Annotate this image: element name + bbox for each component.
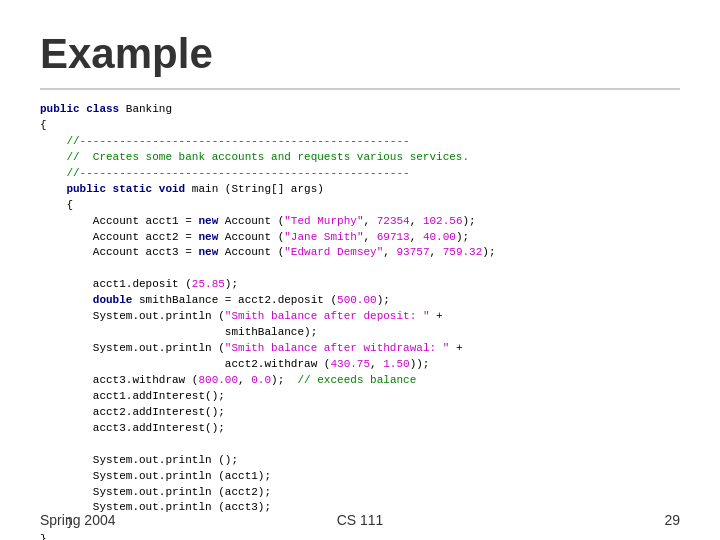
page-title: Example (40, 30, 680, 78)
footer-right: 29 (664, 512, 680, 528)
code-block: public class Banking { //---------------… (40, 102, 680, 540)
footer-center: CS 111 (337, 512, 384, 528)
slide: Example public class Banking { //-------… (0, 0, 720, 540)
footer-left: Spring 2004 (40, 512, 116, 528)
divider (40, 88, 680, 90)
footer: Spring 2004 CS 111 29 (0, 512, 720, 528)
